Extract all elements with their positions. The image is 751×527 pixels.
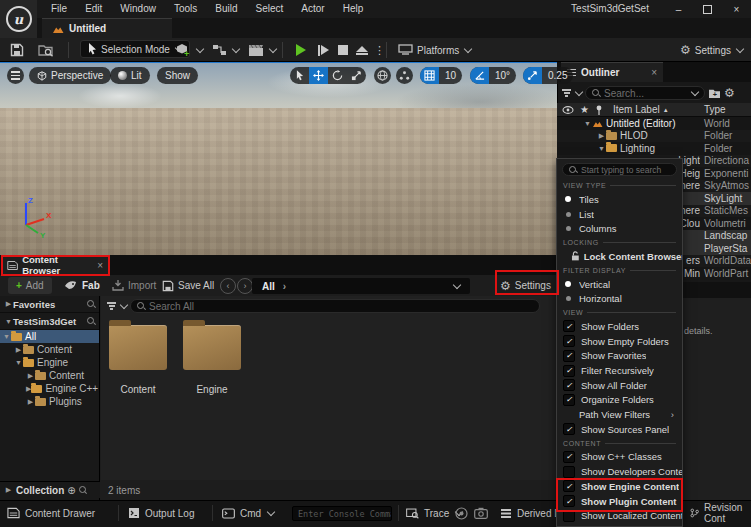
menu-item-show-all-folder[interactable]: ✓Show All Folder (557, 378, 682, 393)
asset-folder-content[interactable]: Content (103, 325, 173, 395)
outliner-row-lighting[interactable]: ▼ Lighting Folder (557, 142, 751, 155)
stop-button[interactable] (338, 40, 348, 60)
collection-header[interactable]: ▶ Collection ⊕ (0, 481, 100, 498)
outliner-search-input[interactable]: Search... (585, 86, 705, 100)
menu-item-show-cpp-classes[interactable]: ✓Show C++ Classes (557, 450, 682, 465)
eject-button[interactable] (356, 40, 368, 60)
favorites-header[interactable]: ▶ Favorites (0, 296, 99, 313)
menu-help[interactable]: Help (334, 0, 373, 18)
menu-item-path-view-filters[interactable]: Path View Filters› (557, 407, 682, 422)
import-button[interactable]: Import (112, 277, 156, 294)
expand-arrow-icon[interactable]: ▶ (4, 486, 13, 494)
lit-dropdown[interactable]: Lit (110, 67, 150, 84)
project-header[interactable]: ▼ TestSim3dGet (0, 313, 99, 330)
insights-button[interactable] (455, 504, 468, 522)
platforms-dropdown[interactable]: Platforms (398, 40, 471, 60)
menu-item-show-developers-content[interactable]: ✓Show Developers Content (557, 464, 682, 479)
eye-icon[interactable] (562, 106, 574, 114)
grid-snap-button[interactable] (420, 67, 439, 84)
browse-content-button[interactable] (38, 40, 54, 60)
scale-snap-value[interactable]: 0.25 (542, 70, 573, 81)
viewport-options-button[interactable] (7, 67, 24, 84)
menu-item-show-folders[interactable]: ✓Show Folders (557, 319, 682, 334)
asset-folder-engine[interactable]: Engine (177, 325, 247, 395)
chevron-down-icon[interactable] (453, 280, 461, 288)
menu-select[interactable]: Select (247, 0, 293, 18)
selection-mode-dropdown[interactable]: Selection Mode (80, 40, 190, 58)
console-command-input[interactable]: Enter Console Command (292, 506, 392, 521)
viewport[interactable]: Z X Y (0, 62, 557, 255)
expand-arrow-icon[interactable]: ▶ (26, 398, 35, 406)
add-actor-dropdown[interactable]: + (176, 40, 203, 60)
collapse-arrow-icon[interactable]: ▼ (4, 318, 13, 325)
cmd-dropdown[interactable]: Cmd (222, 504, 274, 522)
play-options-button[interactable]: ⋮ (374, 40, 385, 60)
menu-item-show-engine-content[interactable]: ✓Show Engine Content (557, 479, 682, 494)
menu-item-lock-content-browser[interactable]: Lock Content Browser (557, 249, 682, 264)
tree-item-content[interactable]: ▶ Content (0, 343, 99, 356)
transform-gizmo[interactable]: Z X Y (16, 195, 58, 239)
expand-arrow-icon[interactable]: ▶ (26, 372, 35, 380)
search-icon[interactable] (87, 317, 95, 325)
menu-item-show-sources-panel[interactable]: ✓Show Sources Panel (557, 422, 682, 437)
minimize-button[interactable]: – (664, 0, 693, 18)
collapse-arrow-icon[interactable]: ▼ (14, 359, 23, 366)
menu-item-horizontal[interactable]: Horizontal (557, 291, 682, 306)
menu-item-vertical[interactable]: Vertical (557, 277, 682, 292)
expand-arrow-icon[interactable]: ▶ (14, 346, 23, 354)
content-browser-settings-button[interactable]: ⚙ Settings (500, 277, 551, 294)
item-label-column-header[interactable]: Item Label (613, 104, 660, 115)
menu-edit[interactable]: Edit (76, 0, 111, 18)
world-coordinate-button[interactable] (374, 67, 391, 84)
breadcrumb-all[interactable]: All (262, 281, 275, 292)
tree-item-engine-cpp[interactable]: ▶ Engine C++ Cla (0, 382, 99, 395)
save-button[interactable] (10, 40, 24, 60)
revision-control-button[interactable]: Revision Cont (690, 504, 751, 522)
trace-dropdown[interactable]: Trace (406, 504, 462, 522)
search-icon[interactable] (87, 300, 95, 308)
menu-tools[interactable]: Tools (165, 0, 206, 18)
play-button[interactable] (296, 40, 306, 60)
menu-search-input[interactable]: Start typing to search (562, 163, 677, 176)
menu-item-filter-recursively[interactable]: ✓Filter Recursively (557, 363, 682, 378)
type-column-header[interactable]: Type (704, 104, 726, 115)
collapse-arrow-icon[interactable]: ▼ (597, 145, 606, 152)
rotate-tool-button[interactable] (328, 67, 347, 84)
search-icon[interactable] (79, 486, 87, 494)
new-folder-icon[interactable]: + (708, 88, 721, 99)
menu-item-show-favorites[interactable]: ✓Show Favorites (557, 349, 682, 364)
tree-item-engine-content[interactable]: ▶ Content (0, 369, 99, 382)
add-collection-icon[interactable]: ⊕ (67, 485, 75, 496)
menu-actor[interactable]: Actor (292, 0, 333, 18)
tab-outliner[interactable]: Outliner × (561, 62, 663, 82)
filter-icon[interactable] (562, 89, 571, 96)
menu-item-show-empty-folders[interactable]: ✓Show Empty Folders (557, 334, 682, 349)
rotation-snap-button[interactable] (470, 67, 489, 84)
editor-settings-dropdown[interactable]: ⚙ Settings (680, 40, 743, 60)
outliner-settings-icon[interactable]: ⚙ (724, 87, 735, 99)
close-icon[interactable]: × (651, 67, 657, 78)
tab-untitled[interactable]: Untitled (42, 18, 172, 38)
add-button[interactable]: + Add (8, 277, 52, 294)
asset-search-input[interactable]: Search All (130, 299, 540, 313)
outliner-row-world[interactable]: ▼ Untitled (Editor) World (557, 117, 751, 130)
collapse-arrow-icon[interactable]: ▼ (583, 120, 592, 127)
save-all-button[interactable]: Save All (162, 277, 214, 294)
menu-window[interactable]: Window (111, 0, 165, 18)
close-icon[interactable]: × (97, 260, 103, 271)
perspective-dropdown[interactable]: Perspective (29, 67, 111, 84)
rotation-snap-value[interactable]: 10° (489, 70, 516, 81)
surface-snapping-button[interactable] (396, 67, 413, 84)
menu-item-list[interactable]: List (557, 207, 682, 222)
menu-item-columns[interactable]: Columns (557, 221, 682, 236)
screenshot-button[interactable] (474, 504, 488, 522)
scale-snap-button[interactable] (523, 67, 542, 84)
menu-file[interactable]: File (42, 0, 76, 18)
star-icon[interactable]: ★ (580, 104, 589, 115)
expand-arrow-icon[interactable]: ▶ (4, 300, 13, 308)
scale-tool-button[interactable] (347, 67, 366, 84)
grid-snap-value[interactable]: 10 (439, 70, 462, 81)
tree-item-plugins[interactable]: ▶ Plugins (0, 395, 99, 408)
blueprints-dropdown[interactable] (212, 40, 239, 60)
menu-item-show-localized-content[interactable]: ✓Show Localized Content (557, 508, 682, 523)
